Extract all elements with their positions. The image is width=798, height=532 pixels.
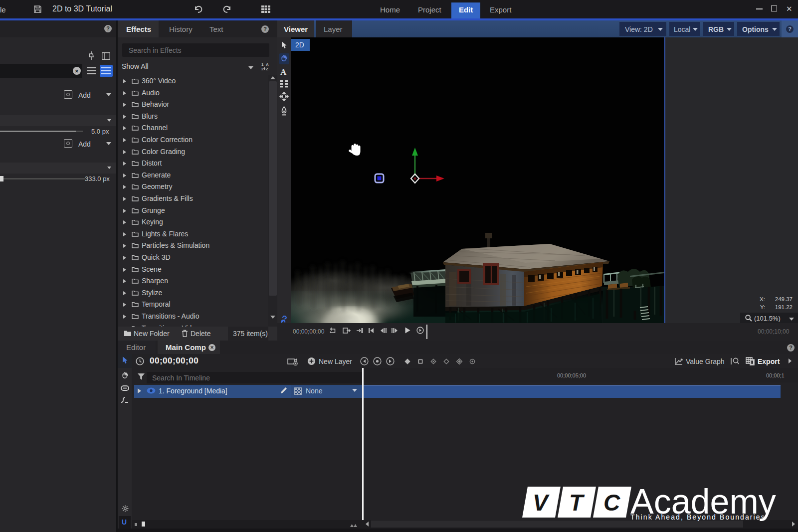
svg-text:Think Ahead, Beyond Boundaries: Think Ahead, Beyond Boundaries — [630, 513, 766, 521]
svg-text:Z: Z — [266, 67, 268, 71]
svg-text:T: T — [569, 490, 585, 516]
svg-text:V: V — [533, 490, 550, 516]
svg-text:1: 1 — [261, 62, 264, 67]
svg-text:A: A — [266, 62, 269, 67]
svg-text:C: C — [603, 490, 620, 516]
